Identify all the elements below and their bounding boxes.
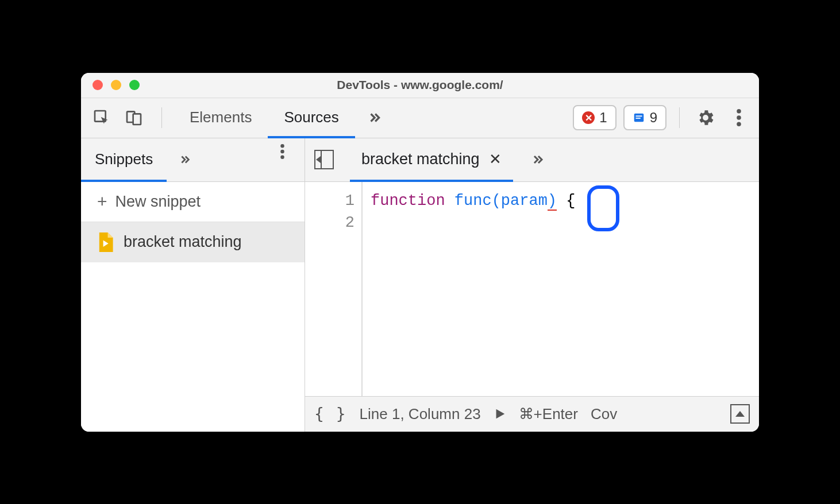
errors-count: 1 bbox=[599, 110, 607, 126]
svg-point-11 bbox=[280, 155, 284, 159]
close-window-button[interactable] bbox=[93, 80, 103, 90]
panel-tabs: Elements Sources bbox=[174, 98, 393, 138]
issues-count: 9 bbox=[650, 110, 657, 126]
snippet-list-item[interactable]: bracket matching bbox=[81, 222, 305, 262]
devtools-window: DevTools - www.google.com/ Elements Sour… bbox=[81, 73, 759, 432]
tab-sources[interactable]: Sources bbox=[268, 99, 355, 138]
line-gutter: 1 2 bbox=[305, 182, 363, 396]
svg-rect-4 bbox=[635, 115, 642, 117]
snippet-name: bracket matching bbox=[124, 233, 242, 251]
editor-more-chevron-icon[interactable] bbox=[519, 153, 556, 166]
editor-statusbar: { } Line 1, Column 23 ⌘+Enter Cov bbox=[305, 396, 759, 432]
token-open-brace: { bbox=[566, 192, 575, 210]
toolbar-right: ✕ 1 9 bbox=[573, 98, 752, 138]
main-toolbar: Elements Sources ✕ 1 9 bbox=[81, 98, 759, 138]
token-open-paren: ( bbox=[492, 192, 501, 210]
errors-badge[interactable]: ✕ 1 bbox=[573, 105, 616, 130]
token-close-paren: ) bbox=[548, 192, 557, 211]
svg-point-6 bbox=[737, 109, 741, 114]
settings-gear-icon[interactable] bbox=[692, 104, 719, 131]
editor-tab-label: bracket matching bbox=[361, 150, 480, 168]
cursor-position: Line 1, Column 23 bbox=[360, 405, 481, 423]
svg-rect-5 bbox=[635, 118, 640, 119]
issue-icon bbox=[633, 111, 645, 124]
code-content[interactable]: function func(param) { bbox=[363, 182, 575, 396]
window-title: DevTools - www.google.com/ bbox=[81, 78, 759, 92]
run-shortcut: ⌘+Enter bbox=[519, 405, 578, 423]
svg-point-8 bbox=[737, 122, 741, 127]
line-number: 2 bbox=[305, 212, 355, 234]
kebab-menu-icon[interactable] bbox=[726, 104, 752, 131]
svg-rect-2 bbox=[133, 114, 141, 125]
close-tab-icon[interactable]: ✕ bbox=[489, 150, 502, 168]
traffic-lights bbox=[81, 80, 140, 90]
expand-drawer-icon[interactable] bbox=[730, 404, 750, 424]
minimize-window-button[interactable] bbox=[111, 80, 121, 90]
new-snippet-label: New snippet bbox=[115, 193, 201, 211]
line-number: 1 bbox=[305, 190, 355, 212]
svg-point-10 bbox=[280, 149, 284, 153]
panel-body: Snippets + New snippet bracket matching bbox=[81, 138, 759, 432]
snippet-file-icon bbox=[97, 232, 113, 252]
toolbar-separator bbox=[679, 107, 680, 128]
code-line: function func(param) { bbox=[371, 190, 575, 212]
toolbar-left bbox=[91, 98, 168, 138]
token-param: param bbox=[501, 192, 548, 210]
svg-point-9 bbox=[280, 144, 284, 148]
plus-icon: + bbox=[97, 193, 107, 210]
tab-elements[interactable]: Elements bbox=[174, 99, 268, 138]
code-editor[interactable]: 1 2 function func(param) { bbox=[305, 182, 759, 396]
new-snippet-button[interactable]: + New snippet bbox=[81, 182, 305, 222]
more-tabs-chevron-icon[interactable] bbox=[355, 98, 393, 138]
editor-panel: bracket matching ✕ 1 2 function func(par… bbox=[305, 138, 759, 432]
titlebar: DevTools - www.google.com/ bbox=[81, 73, 759, 98]
sidebar-tab-snippets[interactable]: Snippets bbox=[81, 139, 167, 182]
navigator-sidebar: Snippets + New snippet bracket matching bbox=[81, 138, 305, 432]
sidebar-tabs: Snippets bbox=[81, 138, 305, 182]
coverage-label[interactable]: Cov bbox=[591, 405, 617, 423]
zoom-window-button[interactable] bbox=[129, 80, 140, 90]
error-icon: ✕ bbox=[582, 111, 595, 124]
svg-point-7 bbox=[737, 115, 741, 120]
inspect-element-icon[interactable] bbox=[91, 107, 112, 128]
token-keyword: function bbox=[371, 192, 445, 210]
token-func-name: func bbox=[454, 192, 492, 210]
editor-tab-active[interactable]: bracket matching ✕ bbox=[350, 139, 513, 182]
sidebar-kebab-menu-icon[interactable] bbox=[269, 138, 295, 165]
sidebar-more-chevron-icon[interactable] bbox=[167, 138, 202, 181]
toolbar-separator bbox=[161, 107, 162, 128]
pretty-print-icon[interactable]: { } bbox=[314, 405, 347, 424]
toggle-navigator-icon[interactable] bbox=[314, 150, 334, 169]
issues-badge[interactable]: 9 bbox=[623, 105, 666, 130]
run-snippet-button[interactable] bbox=[494, 408, 506, 420]
editor-tabstrip: bracket matching ✕ bbox=[305, 138, 759, 182]
device-mode-icon[interactable] bbox=[124, 107, 144, 128]
bracket-highlight-annotation bbox=[587, 185, 619, 231]
